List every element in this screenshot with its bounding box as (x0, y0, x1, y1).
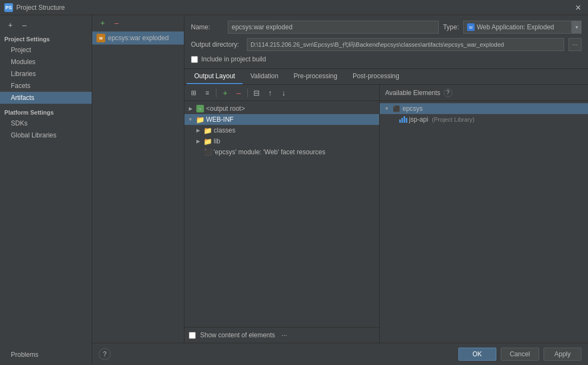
project-settings-title: Project Settings (0, 33, 92, 44)
sidebar-item-facets[interactable]: Facets (0, 80, 92, 92)
toolbar-separator (216, 89, 216, 97)
elem-label-jsp-api: jsp-api (409, 116, 428, 123)
tree-add-button[interactable]: + (219, 87, 231, 99)
tree-label-lib: lib (214, 137, 220, 145)
type-select-wrapper: W Web Application: Exploded ▾ (463, 21, 581, 34)
include-build-label[interactable]: Include in project build (201, 55, 266, 63)
war-icon: W (97, 34, 105, 42)
folder-icon-web-inf: 📁 (196, 115, 204, 124)
cancel-button[interactable]: Cancel (501, 348, 539, 361)
app-icon: PS (4, 3, 13, 12)
split-area: ⊞ ≡ + – ⊟ ↑ ↓ (184, 85, 588, 343)
sidebar-toolbar: + – (0, 17, 92, 33)
main-container: + – Project Settings Project Modules Lib… (0, 15, 588, 365)
title-text: Project Structure (16, 4, 65, 11)
ok-button[interactable]: OK (458, 348, 496, 361)
sidebar-item-global-libraries[interactable]: Global Libraries (0, 129, 92, 141)
tree-label-output-root: <output root> (206, 105, 245, 112)
elements-content: ▼ ⬛ epcsys (380, 101, 588, 343)
webapp-icon: W (467, 23, 475, 31)
tab-validation[interactable]: Validation (242, 69, 286, 84)
platform-settings-title: Platform Settings (0, 104, 92, 117)
apply-button[interactable]: Apply (544, 348, 581, 361)
tree-label-module-resource: 'epcsys' module: 'Web' facet resources (214, 148, 325, 156)
name-input[interactable] (228, 21, 439, 34)
tree-bottom: Show content of elements ··· (184, 327, 379, 343)
tree-view-button[interactable]: ⊞ (188, 87, 200, 99)
include-build-row: Include in project build (191, 55, 581, 63)
sidebar-remove-button[interactable]: – (18, 19, 30, 31)
arrow-module-resource (194, 148, 202, 156)
browse-button[interactable]: ··· (568, 38, 581, 51)
output-root-icon: ○ (196, 104, 204, 113)
tree-item-module-resource[interactable]: ⬛ 'epcsys' module: 'Web' facet resources (184, 147, 379, 158)
arrow-epcsys: ▼ (383, 105, 391, 112)
name-row: Name: Type: W Web Application: Exploded … (191, 21, 581, 34)
tree-down-button[interactable]: ↓ (278, 87, 290, 99)
elements-help-button[interactable]: ? (444, 89, 452, 97)
artifact-list: W epcsys:war exploded (92, 30, 184, 46)
tree-item-classes[interactable]: ▶ 📁 classes (184, 125, 379, 136)
include-build-checkbox[interactable] (191, 56, 198, 63)
title-bar-left: PS Project Structure (4, 3, 65, 12)
artifact-item[interactable]: W epcsys:war exploded (92, 32, 184, 45)
elem-item-jsp-api[interactable]: jsp-api (Project Library) (380, 114, 588, 125)
elem-item-epcsys[interactable]: ▼ ⬛ epcsys (380, 103, 588, 114)
tree-package-button[interactable]: ⊟ (251, 87, 263, 99)
type-dropdown-button[interactable]: ▾ (572, 21, 581, 34)
elem-label-epcsys: epcsys (402, 105, 423, 112)
tree-remove-button[interactable]: – (233, 87, 245, 99)
sidebar-item-sdks[interactable]: SDKs (0, 117, 92, 129)
tree-item-web-inf[interactable]: ▼ 📁 WEB-INF (184, 114, 379, 125)
type-value-text: Web Application: Exploded (477, 23, 554, 31)
folder-icon-lib: 📁 (203, 137, 212, 146)
arrow-web-inf: ▼ (187, 116, 194, 123)
toolbar-separator2 (247, 89, 248, 97)
output-dir-input[interactable] (247, 38, 564, 51)
arrow-jsp-api (389, 116, 397, 123)
name-label: Name: (191, 23, 223, 31)
artifact-remove-button[interactable]: – (111, 17, 123, 29)
tree-label-classes: classes (214, 127, 235, 134)
output-dir-row: Output directory: ··· (191, 38, 581, 51)
tab-pre-processing[interactable]: Pre-processing (286, 69, 345, 84)
tabs-row: Output Layout Validation Pre-processing … (184, 69, 588, 85)
elements-header: Available Elements ? (380, 85, 588, 101)
tree-bottom-dots-button[interactable]: ··· (279, 331, 289, 339)
artifact-add-button[interactable]: + (97, 17, 108, 29)
title-bar: PS Project Structure ✕ (0, 0, 588, 15)
tree-label-web-inf: WEB-INF (206, 116, 234, 123)
module-icon: ⬛ (203, 148, 212, 156)
artifact-toolbar: + – (92, 15, 184, 30)
elements-panel: Available Elements ? ▼ ⬛ epcsys (380, 85, 588, 343)
dialog-footer: ? OK Cancel Apply (92, 343, 588, 365)
sidebar-item-project[interactable]: Project (0, 44, 92, 56)
sidebar-add-button[interactable]: + (4, 19, 16, 31)
sidebar-item-modules[interactable]: Modules (0, 56, 92, 68)
tree-up-button[interactable]: ↑ (264, 87, 276, 99)
library-icon-jsp-api (399, 115, 407, 124)
artifact-item-label: epcsys:war exploded (108, 34, 169, 42)
elem-note-jsp-api: (Project Library) (432, 116, 474, 123)
module-icon-epcsys: ⬛ (392, 104, 401, 113)
output-dir-label: Output directory: (191, 41, 242, 48)
sidebar-item-artifacts[interactable]: Artifacts (0, 92, 92, 104)
tree-item-lib[interactable]: ▶ 📁 lib (184, 136, 379, 147)
arrow-lib: ▶ (194, 137, 202, 145)
elements-title: Available Elements (385, 89, 440, 97)
arrow-classes: ▶ (194, 127, 202, 134)
close-button[interactable]: ✕ (573, 2, 584, 13)
tree-panel: ⊞ ≡ + – ⊟ ↑ ↓ (184, 85, 380, 343)
show-content-checkbox[interactable] (189, 332, 196, 339)
tree-item-output-root[interactable]: ▶ ○ <output root> (184, 103, 379, 114)
folder-icon-classes: 📁 (203, 126, 212, 135)
bottom-help-button[interactable]: ? (99, 348, 111, 360)
tree-sort-button[interactable]: ≡ (201, 87, 213, 99)
show-content-label[interactable]: Show content of elements (200, 331, 275, 339)
sidebar-item-libraries[interactable]: Libraries (0, 68, 92, 80)
sidebar-item-problems[interactable]: Problems (0, 349, 92, 361)
tab-post-processing[interactable]: Post-processing (345, 69, 407, 84)
type-label: Type: (443, 23, 459, 31)
arrow-output-root: ▶ (187, 105, 194, 112)
tab-output-layout[interactable]: Output Layout (187, 69, 242, 84)
